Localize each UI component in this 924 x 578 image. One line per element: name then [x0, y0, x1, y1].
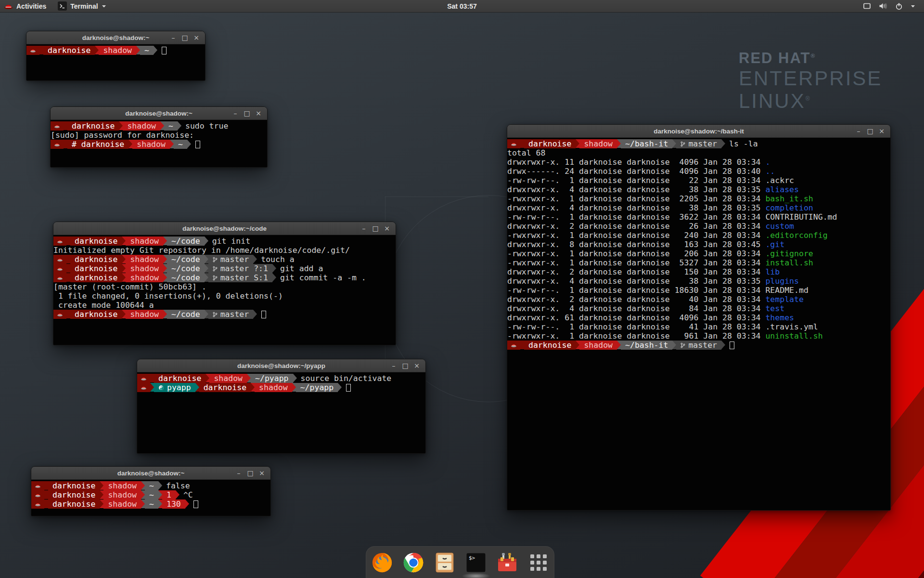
dock-firefox-icon[interactable] [371, 551, 394, 574]
terminal-line: create mode 100644 a [53, 301, 396, 310]
window-titlebar[interactable]: darknoise@shadow:~/pyapp–□× [137, 359, 425, 372]
maximize-button[interactable]: □ [866, 125, 874, 138]
powerline-separator [44, 490, 48, 499]
terminal-cursor [261, 311, 266, 318]
command-text: git init [208, 236, 250, 246]
terminal-content[interactable]: darknoiseshadow~sudo true[sudo] password… [51, 120, 267, 167]
dock-terminal-icon[interactable]: $> [464, 551, 488, 574]
activities-button[interactable]: Activities [0, 0, 52, 12]
minimize-button[interactable]: – [389, 359, 398, 372]
terminal-line: drwxrwxr-x. 4 darknoise darknoise 38 Jan… [507, 203, 890, 212]
maximize-button[interactable]: □ [246, 467, 255, 480]
terminal-content[interactable]: darknoiseshadow~/codegit initInitialized… [53, 235, 396, 345]
prompt-segment-host: shadow [126, 255, 163, 264]
redhat-prompt-icon [511, 141, 517, 146]
terminal-line: -rwxrwxr-x. 1 darknoise darknoise 5327 J… [507, 258, 890, 267]
powerline-separator [247, 374, 251, 382]
prompt-segment-icon [53, 310, 66, 319]
powerline-separator [66, 236, 70, 245]
powerline-separator [66, 310, 70, 318]
app-menu-terminal[interactable]: Terminal [52, 0, 112, 12]
terminal-output-text: -rw-rw-r--. 1 darknoise darknoise 41 Jan… [507, 322, 765, 331]
dock-toolbox-icon[interactable] [496, 551, 519, 574]
terminal-output-text: drwxrwxr-x. 2 darknoise darknoise 40 Jan… [507, 295, 765, 304]
close-button[interactable]: × [254, 107, 263, 120]
powerline-separator [617, 341, 621, 349]
powerline-separator [576, 341, 579, 349]
terminal-output-text: [master (root-commit) 50bcb63] . [53, 282, 206, 291]
powerline-separator [122, 236, 126, 245]
terminal-content[interactable]: darknoiseshadow~/pyappsource bin/activat… [137, 372, 425, 453]
redhat-prompt-icon [57, 257, 63, 262]
file-name: template [765, 295, 803, 304]
minimize-button[interactable]: – [854, 125, 863, 138]
minimize-button[interactable]: – [234, 467, 243, 480]
prompt-segment-user: darknoise [154, 374, 205, 383]
prompt-segment-icon [31, 490, 44, 499]
minimize-button[interactable]: – [231, 107, 240, 120]
window-titlebar[interactable]: darknoise@shadow:~–□× [51, 107, 267, 120]
command-text: sudo true [181, 121, 228, 131]
prompt-segment-user: darknoise [48, 499, 100, 509]
powerline-separator [253, 255, 257, 263]
close-button[interactable]: × [383, 222, 391, 235]
terminal-content[interactable]: darknoiseshadow~/bash-itmasterls -latota… [507, 138, 890, 510]
close-button[interactable]: × [877, 125, 886, 138]
powerline-separator [122, 273, 126, 282]
caret-down-icon[interactable] [911, 5, 915, 8]
prompt-segment-icon [53, 255, 66, 264]
clock-label[interactable]: Sat 03:57 [447, 2, 476, 10]
powerline-separator [272, 273, 276, 282]
window-titlebar[interactable]: darknoise@shadow:~/bash-it–□× [507, 125, 890, 138]
minimize-button[interactable]: – [169, 31, 178, 44]
powerline-separator [141, 490, 145, 499]
terminal-line: drwxrwxr-x. 4 darknoise darknoise 38 Jan… [507, 276, 890, 286]
close-button[interactable]: × [412, 359, 421, 372]
powerline-separator [150, 374, 154, 382]
powerline-separator [154, 46, 157, 54]
prompt-segment-host: shadow [103, 481, 141, 490]
powerline-separator [672, 341, 676, 349]
prompt-segment-path: ~/pyapp [296, 383, 338, 392]
file-name: lib [765, 267, 780, 276]
maximize-button[interactable]: □ [401, 359, 410, 372]
window-titlebar[interactable]: darknoise@shadow:~–□× [26, 31, 205, 44]
terminal-content[interactable]: darknoiseshadow~falsedarknoiseshadow~1^C… [31, 480, 270, 516]
close-button[interactable]: × [192, 31, 201, 44]
window-titlebar[interactable]: darknoise@shadow:~–□× [31, 467, 270, 480]
powerline-separator [122, 310, 126, 318]
file-name: .. [765, 167, 775, 176]
terminal-line: drwxrwxr-x. 4 darknoise darknoise 38 Jan… [507, 185, 890, 194]
maximize-button[interactable]: □ [243, 107, 251, 120]
prompt-segment-user: darknoise [43, 46, 95, 55]
powerline-separator [721, 341, 725, 349]
close-button[interactable]: × [257, 467, 266, 480]
redhat-prompt-icon [57, 312, 63, 317]
powerline-separator [39, 46, 43, 54]
powerline-separator [64, 121, 67, 130]
prompt-segment-icon [507, 341, 520, 350]
terminal-output-text: -rw-rw-r--. 1 darknoise darknoise 18630 … [507, 286, 765, 295]
window-titlebar[interactable]: darknoise@shadow:~/code–□× [53, 222, 396, 235]
terminal-line: drwx------. 24 darknoise darknoise 4096 … [507, 167, 890, 176]
dock-chrome-icon[interactable] [402, 551, 425, 574]
maximize-button[interactable]: □ [180, 31, 189, 44]
power-icon[interactable] [895, 2, 903, 10]
terminal-line: darknoiseshadow~/codemaster ?:1git add a [53, 264, 396, 273]
prompt-segment-host: shadow [579, 139, 617, 148]
dock-app-grid-icon[interactable] [527, 551, 550, 574]
prompt-segment-icon [31, 499, 44, 509]
maximize-button[interactable]: □ [371, 222, 380, 235]
terminal-line: -rw-rw-r--. 1 darknoise darknoise 3622 J… [507, 212, 890, 222]
powerline-separator [158, 499, 162, 508]
terminal-content[interactable]: darknoiseshadow~ [26, 44, 205, 80]
volume-icon[interactable] [879, 2, 887, 10]
minimize-button[interactable]: – [359, 222, 368, 235]
terminal-line: darknoiseshadow~ [26, 46, 205, 55]
terminal-line: Initialized empty Git repository in /hom… [53, 246, 396, 255]
dock-files-icon[interactable] [433, 551, 456, 574]
terminal-line: darknoiseshadow~/pyappsource bin/activat… [137, 374, 425, 383]
terminal-window: darknoise@shadow:~–□×darknoiseshadow~fal… [31, 466, 271, 516]
screen-icon[interactable] [863, 2, 871, 10]
powerline-separator [100, 499, 103, 508]
